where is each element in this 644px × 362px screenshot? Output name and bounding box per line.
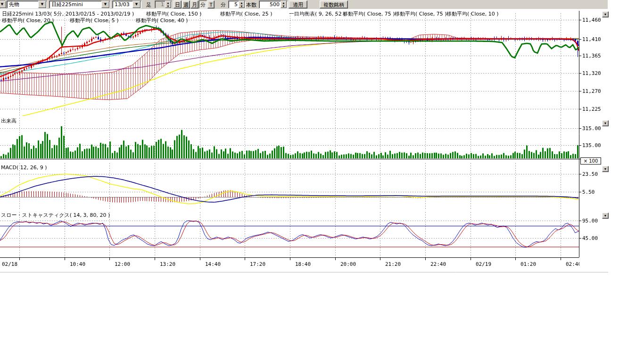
bar-count-value: 1	[155, 1, 165, 8]
macd-axis-menu-button[interactable]: ▼	[602, 166, 609, 172]
contract-month-combo[interactable]: 13/03 ▼	[112, 0, 141, 8]
interval-button-5[interactable]: T	[207, 0, 215, 8]
legend-item: 移動平均( Close, 75 )	[395, 10, 447, 17]
count-stepper[interactable]: 500 ▲▼	[259, 0, 288, 8]
volume-multiplier-badge: × 100	[580, 157, 601, 165]
chart-canvas[interactable]	[0, 0, 644, 362]
toolbar: ▼ 先物 ▼ 日経225mini ▼ 13/03 ▼ 足 1 ▲▼ 日週月分T …	[0, 0, 608, 9]
chevron-down-icon: ▼	[0, 1, 6, 8]
spinner-arrows-icon[interactable]: ▲▼	[239, 1, 245, 8]
interval-button-2[interactable]: 週	[182, 0, 190, 8]
minute-value: 5	[229, 1, 238, 8]
instrument-type-combo[interactable]: 先物 ▼	[7, 0, 47, 8]
instrument-type-value: 先物	[7, 1, 38, 8]
legend-item: 移動平均( Close, 5 )	[70, 17, 119, 24]
legend-row-1: 日経225mini 13/03( 5分, 2013/02/15 - 2013/0…	[0, 10, 579, 16]
chevron-down-icon: ▼	[38, 1, 46, 8]
minute-stepper[interactable]: 5 ▲▼	[228, 0, 246, 8]
volume-axis-menu-button[interactable]: ▼	[602, 120, 609, 126]
macd-panel-label: MACD( 12, 26, 9 )	[1, 165, 47, 171]
legend-item: 一目均衡表( 9, 26, 52 )	[289, 10, 346, 17]
symbol-combo[interactable]: 日経225mini ▼	[49, 0, 110, 8]
count-label: 本数	[246, 1, 256, 8]
spinner-arrows-icon[interactable]: ▲▼	[281, 1, 287, 8]
apply-button[interactable]: 適用	[289, 0, 307, 8]
legend-item: 移動平均( Close, 10 )	[446, 10, 499, 17]
app-window: ▼ 先物 ▼ 日経225mini ▼ 13/03 ▼ 足 1 ▲▼ 日週月分T …	[0, 0, 644, 362]
legend-item: 日経225mini 13/03( 5分, 2013/02/15 - 2013/0…	[2, 10, 134, 17]
stoch-panel-label: スロー・ストキャスティクス( 14, 3, 80, 20 )	[1, 212, 110, 219]
legend-item: 移動平均( Close, 150 )	[146, 10, 202, 17]
stoch-axis-menu-button[interactable]: ▼	[602, 213, 609, 219]
legend-row-2: 移動平均( Close, 20 )移動平均( Close, 5 )移動平均( C…	[0, 17, 579, 23]
chevron-down-icon: ▼	[132, 1, 140, 8]
interval-button-3[interactable]: 月	[190, 0, 198, 8]
legend-item: 移動平均( Close, 20 )	[2, 17, 54, 24]
legend-item: 移動平均( Close, 40 )	[136, 17, 188, 24]
volume-panel-label: 出来高	[1, 117, 17, 124]
legend-item: 移動平均( Close, 75 )	[343, 10, 395, 17]
interval-button-1[interactable]: 日	[173, 0, 182, 8]
bar-label: 足	[146, 1, 151, 8]
interval-button-4[interactable]: 分	[199, 0, 207, 8]
contract-month-value: 13/03	[113, 1, 132, 8]
chevron-down-icon: ▼	[101, 1, 109, 8]
bar-count-stepper[interactable]: 1 ▲▼	[155, 0, 172, 8]
minute-label: 分	[221, 1, 226, 8]
spinner-arrows-icon[interactable]: ▲▼	[165, 1, 171, 8]
multi-symbol-button[interactable]: 複数銘柄	[320, 0, 348, 8]
price-axis-menu-button[interactable]: ▼	[602, 11, 609, 17]
symbol-value: 日経225mini	[50, 1, 101, 8]
count-value: 500	[259, 1, 280, 8]
left-combo-stub[interactable]: ▼	[0, 0, 6, 8]
legend-item: 移動平均( Close, 25 )	[220, 10, 272, 17]
